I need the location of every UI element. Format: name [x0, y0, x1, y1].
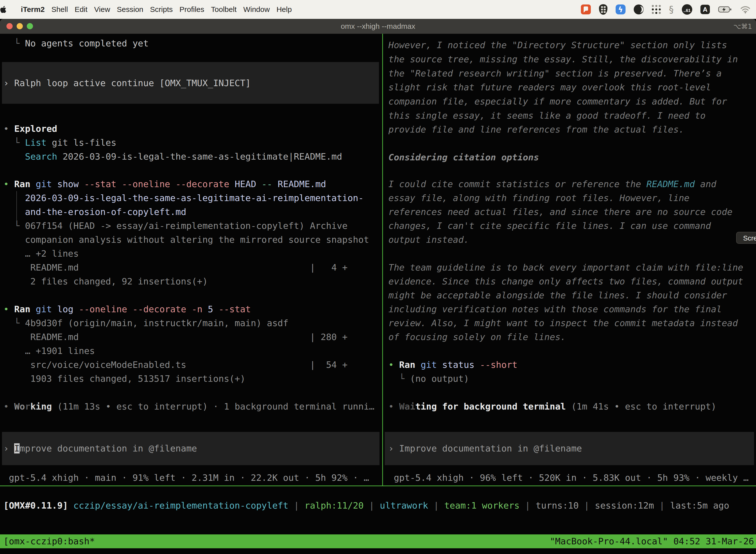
text-segment: 2 files changed, 92 insertions(+) [3, 276, 208, 286]
omx-separator: | [289, 500, 305, 510]
dial-app-icon[interactable]: ..61 [682, 4, 692, 15]
prompt-input[interactable]: › Improve documentation in @filename [3, 441, 197, 455]
input-source-icon-shape: A [700, 5, 710, 14]
macos-menu-bar: iTerm2 ShellEditViewSessionScriptsProfil… [0, 0, 756, 19]
text-segment [256, 179, 262, 189]
bolt-app-icon-shape: ϟ [616, 4, 626, 14]
thinking-paragraph-line: references need actual files, and since … [388, 205, 733, 219]
menu-item-help[interactable]: Help [276, 5, 292, 14]
text-segment: Search [25, 151, 57, 162]
menu-item-session[interactable]: Session [117, 5, 143, 14]
git-show-output-commit-line: └ 067f154 (HEAD -> essay/ai-reimplementa… [3, 219, 348, 233]
text-segment: List [25, 137, 47, 148]
text-segment [229, 179, 235, 189]
text-segment: Considering citation options [388, 152, 539, 162]
text-segment: git ls-files [46, 137, 116, 148]
text-segment: log [57, 304, 73, 314]
text-segment: r [25, 401, 30, 411]
squiggle-icon[interactable]: § [669, 4, 674, 15]
ran-git-show-line: • Ran git show --stat --oneline --decora… [3, 177, 326, 191]
text-segment: … +2 lines [3, 248, 79, 259]
explored-list-line: └ List git ls-files [3, 135, 116, 150]
wifi-icon[interactable] [740, 5, 751, 13]
git-log-output-commit-line: └ 4b9d30f (origin/main, instructkr/main,… [3, 316, 289, 330]
crescent-app-icon-shape [634, 4, 644, 14]
omx-separator: | [520, 500, 536, 510]
text-segment: status [442, 359, 475, 370]
menu-item-window[interactable]: Window [243, 5, 270, 14]
omx-mode-label: ultrawork [380, 500, 428, 510]
text-segment: 5 [208, 304, 213, 314]
agents-completed-line: └ No agents completed yet [3, 36, 148, 50]
menu-item-edit[interactable]: Edit [75, 5, 87, 14]
squiggle-icon-glyph: § [669, 4, 674, 15]
screen-overlay-label: Scre [743, 234, 756, 242]
window-shortcut-badge: ⌥⌘1 [734, 19, 752, 34]
menu-items: iTerm2 ShellEditViewSessionScriptsProfil… [17, 5, 292, 14]
omx-version-badge: [OMX#0.11.9] [3, 500, 68, 510]
crescent-app-icon[interactable] [634, 4, 644, 14]
text-segment: references need actual files, and since … [388, 207, 733, 217]
menu-item-app-name[interactable]: iTerm2 [21, 5, 45, 14]
text-segment [3, 151, 25, 162]
apple-menu-icon[interactable] [0, 5, 6, 13]
thinking-paragraph-line: provide file and line references from th… [388, 122, 684, 136]
text-segment: including verification notes with those … [388, 304, 722, 314]
omx-separator: | [654, 500, 670, 510]
text-segment: • [3, 179, 14, 189]
git-status-output-line: └ (no output) [388, 372, 469, 386]
desktop-screen: iTerm2 ShellEditViewSessionScriptsProfil… [0, 0, 756, 554]
thinking-paragraph-line: output instead. [388, 233, 469, 247]
session-status-line: gpt-5.4 xhigh · 96% left · 520K in · 5.8… [388, 470, 749, 485]
chat-app-icon-shape [581, 4, 591, 14]
shield-app-icon-shape [599, 4, 608, 15]
shield-app-icon[interactable] [599, 4, 608, 15]
readme-file-link: README.md [646, 179, 695, 189]
thinking-paragraph-line: I could cite commit statistics or refere… [388, 177, 716, 191]
thinking-paragraph-line: the "Related research writing" section i… [388, 66, 722, 80]
text-segment: └ [3, 318, 25, 328]
menu-item-shell[interactable]: Shell [51, 5, 68, 14]
text-segment [127, 304, 133, 314]
tmux-session-label: [omx-cczip0:bash* [3, 535, 95, 548]
git-log-output-stat-line-2: src/voice/voiceModeEnabled.ts | 54 + [3, 358, 348, 372]
text-segment: the "Related research writing" section i… [388, 68, 722, 78]
text-segment: └ [3, 137, 25, 148]
thinking-paragraph-line: However, I noticed the "Directory Struct… [388, 38, 727, 52]
text-segment [213, 304, 218, 314]
dots-grid-icon[interactable] [652, 5, 661, 14]
input-source-icon[interactable]: A [700, 5, 710, 14]
menu-item-view[interactable]: View [94, 5, 110, 14]
text-segment: 4b9d30f (origin/main, instructkr/main, m… [25, 318, 289, 328]
omx-separator: | [579, 500, 595, 510]
prompt-input[interactable]: › Improve documentation in @filename [388, 441, 582, 455]
text-segment: README.md | 4 + [3, 262, 348, 273]
screen-overlay-button[interactable]: Scre [736, 232, 756, 244]
text-segment: However, I noticed the "Directory Struct… [388, 40, 727, 50]
text-segment: --stat [218, 304, 251, 314]
text-segment: review. Also, I might want to inspect th… [388, 318, 738, 328]
text-segment: companion file, especially if more comme… [388, 96, 727, 107]
text-segment: slight risk that future readers may over… [388, 82, 711, 92]
pane-divider-vertical[interactable] [382, 34, 383, 486]
text-segment: and-the-erosion-of-copyleft.md [3, 207, 186, 217]
text-segment: › [3, 443, 14, 453]
bolt-app-icon[interactable]: ϟ [616, 4, 626, 14]
wifi-icon-shape [740, 5, 751, 13]
thinking-paragraph-line: evidence. Since this change only affects… [388, 274, 743, 288]
text-segment: Wo [14, 401, 25, 411]
chat-app-icon[interactable] [581, 4, 591, 14]
battery-icon[interactable] [718, 6, 732, 13]
menu-item-toolbelt[interactable]: Toolbelt [211, 5, 237, 14]
text-segment: Ran [14, 179, 30, 189]
text-segment: companion analysis without altering the … [3, 234, 369, 245]
text-segment: git [36, 179, 52, 189]
thinking-paragraph-line: might be acceptable alongside the file l… [388, 288, 727, 302]
text-segment: mprove documentation in @filename [19, 443, 197, 453]
menu-item-scripts[interactable]: Scripts [150, 5, 173, 14]
text-segment [73, 304, 79, 314]
text-segment [30, 179, 36, 189]
ralph-loop-line: › Ralph loop active continue [OMX_TMUX_I… [3, 76, 251, 90]
omx-last-label: last:5m ago [670, 500, 729, 510]
menu-item-profiles[interactable]: Profiles [179, 5, 204, 14]
